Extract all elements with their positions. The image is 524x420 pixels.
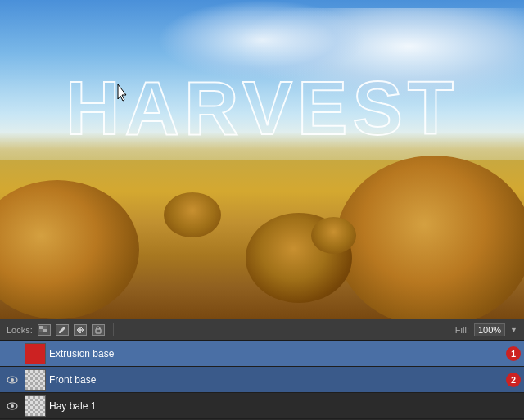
canvas-area: HARVEST [0, 0, 524, 319]
bale-right-large [336, 156, 524, 319]
layer-row[interactable]: Extrusion base 1 [0, 341, 524, 367]
locks-separator [113, 323, 114, 336]
layer-thumbnail [25, 343, 46, 364]
cursor-icon [115, 84, 131, 104]
visibility-eye-icon[interactable] [3, 371, 21, 389]
fill-value[interactable]: 100% [474, 323, 505, 336]
layer-thumbnail [25, 369, 46, 391]
visibility-eye-icon[interactable] [3, 345, 21, 363]
thumb-checker-fill [25, 370, 45, 390]
lock-checkerboard-icon[interactable] [38, 324, 51, 336]
layer-badge: 2 [506, 373, 521, 387]
svg-point-6 [11, 378, 14, 382]
thumb-checker-fill [25, 396, 45, 416]
panels-area: Locks: [0, 319, 524, 420]
fill-label: Fill: [455, 325, 469, 335]
fill-dropdown-arrow[interactable]: ▼ [510, 326, 517, 334]
layer-row[interactable]: Hay bale 1 [0, 393, 524, 419]
svg-rect-1 [43, 326, 47, 329]
svg-rect-2 [39, 329, 43, 332]
layer-thumbnail [25, 395, 46, 417]
harvest-text-dashed: HARVEST [16, 65, 508, 151]
svg-point-8 [11, 404, 14, 408]
layer-badge: 1 [506, 346, 521, 361]
visibility-eye-icon[interactable] [3, 397, 21, 415]
bale-back-left [164, 192, 221, 237]
svg-rect-4 [96, 329, 101, 333]
svg-rect-3 [43, 329, 47, 332]
lock-all-icon[interactable] [92, 324, 105, 336]
lock-brush-icon[interactable] [56, 324, 69, 336]
thumb-red-fill [25, 344, 45, 364]
layers-list: Extrusion base 1 Front base 2 [0, 341, 524, 420]
lock-move-icon[interactable] [74, 324, 87, 336]
layer-name: Front base [49, 374, 503, 386]
bale-back-right [311, 217, 356, 254]
locks-bar: Locks: [0, 319, 524, 341]
layer-name: Hay bale 1 [49, 400, 521, 412]
svg-rect-0 [39, 326, 43, 329]
layer-row[interactable]: Front base 2 [0, 367, 524, 393]
locks-label: Locks: [7, 325, 33, 335]
layer-name: Extrusion base [49, 348, 503, 359]
